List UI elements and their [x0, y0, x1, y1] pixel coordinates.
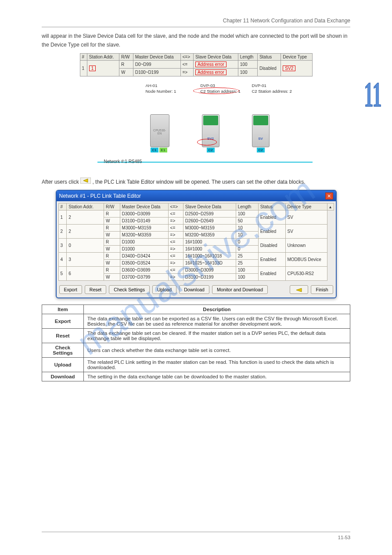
address-error-highlight: Address error	[195, 62, 227, 67]
chapter-title: Chapter 11 Network Configuration and Dat…	[223, 18, 350, 24]
col-status: Status	[258, 203, 285, 210]
col-rw: R/W	[119, 53, 133, 60]
monitor-download-button[interactable]: Monitor and Download	[212, 285, 268, 294]
col-type: Device Type	[281, 53, 312, 60]
cell-type: Unknown	[285, 239, 327, 253]
cell-status: Enabled	[258, 267, 285, 281]
cell-len: 50	[236, 218, 258, 225]
cell-rw: R	[119, 60, 133, 68]
download-button[interactable]: Download	[179, 285, 209, 294]
cell-len: 100	[238, 68, 257, 76]
table-row[interactable]: 1 2R D3000~D3099 <= D2500~D2599 100Enabl…	[58, 210, 334, 218]
cell-len: 100	[236, 274, 258, 281]
back-button[interactable]	[290, 285, 308, 294]
cell-desc: The related PLC Link setting in the mast…	[84, 358, 350, 372]
cell-rw: W	[119, 68, 133, 76]
cell-len: 25	[236, 260, 258, 267]
cell-sdd: Address error	[194, 60, 238, 68]
cell-item: Reset	[42, 329, 84, 343]
reset-button[interactable]: Reset	[85, 285, 106, 294]
finish-button[interactable]: Finish	[311, 285, 333, 294]
cell-sdd: Address error	[194, 68, 238, 76]
upload-button[interactable]: Upload	[152, 285, 176, 294]
cell-type: SV2	[281, 60, 312, 76]
cell-num: 2	[58, 225, 67, 239]
device-label-ah: AH-01 Node Number: 1	[146, 83, 176, 94]
network-label: Network #:1 RS485	[104, 159, 142, 164]
cell-addr: 6	[67, 267, 104, 281]
device-label-dvp01: DVP-01 C2 Station address: 2	[252, 83, 292, 94]
cell-dir: <=	[168, 225, 183, 232]
col-item: Item	[42, 305, 84, 314]
cell-rw: W	[104, 232, 120, 239]
cell-rw: W	[104, 274, 120, 281]
col-type: Device Type	[285, 203, 327, 210]
cell-status: Disabled	[258, 239, 285, 253]
port-c2: C2	[207, 148, 215, 152]
cell-sdd: D2500~D2599	[183, 210, 236, 218]
table-header-row: # Station Addr. R/W Master Device Data <…	[80, 53, 312, 60]
d1-sub: C2 Station address: 2	[252, 89, 292, 94]
cell-len: 10	[236, 232, 258, 239]
col-addr: Station Addr.	[67, 203, 104, 210]
dialog-buttons: Export Reset Check Settings Upload Downl…	[57, 283, 336, 297]
col-dir: <=>	[180, 53, 194, 60]
dvp-device-2: SV C2	[252, 114, 270, 147]
cell-desc: The data exchange table set can be clear…	[84, 329, 350, 343]
plc-link-editor-dialog: Network #1 - PLC Link Table Editor ✕ # S…	[56, 190, 337, 298]
cell-rw: R	[104, 210, 120, 218]
dialog-body: # Station Addr. R/W Master Device Data <…	[57, 201, 336, 283]
page-number: 11-53	[338, 535, 350, 540]
items-description-table: Item Description Export The data exchang…	[42, 305, 350, 381]
dvp-top	[253, 116, 268, 125]
cell-desc: The data exchange table set can be expor…	[84, 314, 350, 329]
dialog-titlebar[interactable]: Network #1 - PLC Link Table Editor ✕	[57, 191, 336, 201]
station-addr-highlight: 1	[89, 65, 96, 71]
plc-ports: C1 E1	[151, 148, 167, 152]
col-num: #	[58, 203, 67, 210]
cell-mdd: D3600~D3699	[120, 267, 168, 274]
cell-status: Enabled	[258, 225, 285, 239]
cell-mdd: M3200~M3359	[120, 232, 168, 239]
cell-rw: R	[104, 267, 120, 274]
station-address-oval	[193, 87, 239, 94]
address-error-highlight: Address error	[195, 69, 227, 75]
export-button[interactable]: Export	[59, 285, 82, 294]
cell-mdd: D1000	[120, 246, 168, 253]
cell-dir: <=	[168, 253, 183, 260]
port-c2: C2	[257, 148, 265, 152]
cell-sdd: D3100~D3199	[183, 274, 236, 281]
cell-mdd: D3400~D3424	[120, 253, 168, 260]
intro-paragraph: will appear in the Slave Device Data cel…	[42, 32, 350, 50]
mid-paragraph: After users click , the PLC Link Table E…	[42, 178, 350, 186]
col-mdd: Master Device Data	[120, 203, 168, 210]
check-settings-button[interactable]: Check Settings	[109, 285, 150, 294]
table-row: 1 1 R D0~D99 <= Address error 100 Disabl…	[80, 60, 312, 68]
cell-dir: =>	[168, 218, 183, 225]
cell-len: 25	[236, 253, 258, 260]
cell-dir: =>	[168, 274, 183, 281]
cell-num: 1	[80, 60, 87, 76]
back-arrow-icon	[295, 288, 303, 292]
cell-dir: =>	[168, 232, 183, 239]
cell-addr: 3	[67, 253, 104, 267]
page-header: Chapter 11 Network Configuration and Dat…	[42, 18, 350, 27]
col-addr: Station Addr.	[87, 53, 119, 60]
table-row[interactable]: 4 3R D3400~D3424 <= 16#1000~16#1018 25En…	[58, 253, 334, 260]
close-icon[interactable]: ✕	[325, 192, 333, 200]
cell-mdd: D100~D199	[133, 68, 180, 76]
dvp-model: SV	[252, 137, 269, 141]
cell-dir: <=	[168, 210, 183, 218]
cell-mdd: D3700~D3799	[120, 274, 168, 281]
cell-mdd: D3100~D3149	[120, 218, 168, 225]
table-row[interactable]: 2 2R M3000~M3159 <= M3000~M3159 10Enable…	[58, 225, 334, 232]
col-num: #	[80, 53, 87, 60]
table-header-row: # Station Addr. R/W Master Device Data <…	[58, 203, 334, 210]
svg-marker-2	[296, 288, 302, 292]
scrollbar[interactable]: ▴	[327, 203, 334, 210]
table-row[interactable]: 5 6R D3600~D3699 <= D3000~D3099 100Enabl…	[58, 267, 334, 274]
cell-dir: <=	[180, 60, 194, 68]
table-row: Check Settings Users can check whether t…	[42, 343, 350, 358]
table-row[interactable]: 3 0R D1000 <= 16#1000 0Disabled Unknown	[58, 239, 334, 246]
table-row: Export The data exchange table set can b…	[42, 314, 350, 329]
